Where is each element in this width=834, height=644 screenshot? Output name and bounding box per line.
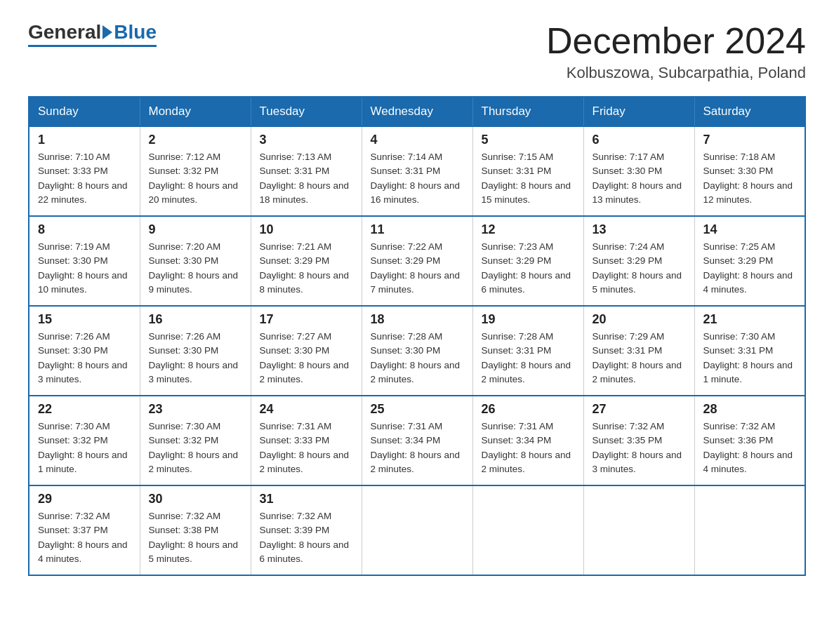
calendar-cell: 16 Sunrise: 7:26 AMSunset: 3:30 PMDaylig… <box>140 306 251 396</box>
day-number: 31 <box>260 492 353 507</box>
day-info: Sunrise: 7:27 AMSunset: 3:30 PMDaylight:… <box>260 331 350 384</box>
day-number: 11 <box>371 222 464 237</box>
day-info: Sunrise: 7:30 AMSunset: 3:32 PMDaylight:… <box>38 421 128 474</box>
logo-triangle-icon <box>102 25 112 39</box>
calendar-cell: 28 Sunrise: 7:32 AMSunset: 3:36 PMDaylig… <box>694 396 805 485</box>
calendar-day-header: Saturday <box>694 97 805 126</box>
calendar-cell: 8 Sunrise: 7:19 AMSunset: 3:30 PMDayligh… <box>29 216 140 306</box>
calendar-cell <box>583 485 694 575</box>
day-number: 7 <box>703 133 797 147</box>
calendar-cell: 15 Sunrise: 7:26 AMSunset: 3:30 PMDaylig… <box>29 306 140 396</box>
day-number: 26 <box>482 402 575 417</box>
day-info: Sunrise: 7:32 AMSunset: 3:35 PMDaylight:… <box>593 421 682 474</box>
day-number: 16 <box>149 312 242 327</box>
day-number: 17 <box>260 312 353 327</box>
day-info: Sunrise: 7:26 AMSunset: 3:30 PMDaylight:… <box>38 331 128 384</box>
calendar-cell: 27 Sunrise: 7:32 AMSunset: 3:35 PMDaylig… <box>583 396 694 485</box>
calendar-day-header: Wednesday <box>362 97 472 126</box>
calendar-day-header: Monday <box>140 97 251 126</box>
logo: General Blue <box>28 21 157 47</box>
calendar-cell: 10 Sunrise: 7:21 AMSunset: 3:29 PMDaylig… <box>251 216 362 306</box>
day-number: 4 <box>371 133 464 147</box>
calendar-header-row: SundayMondayTuesdayWednesdayThursdayFrid… <box>29 97 805 126</box>
day-info: Sunrise: 7:18 AMSunset: 3:30 PMDaylight:… <box>703 152 793 205</box>
calendar-week-row: 1 Sunrise: 7:10 AMSunset: 3:33 PMDayligh… <box>29 126 805 216</box>
day-info: Sunrise: 7:31 AMSunset: 3:34 PMDaylight:… <box>371 421 461 474</box>
calendar-cell: 18 Sunrise: 7:28 AMSunset: 3:30 PMDaylig… <box>362 306 472 396</box>
day-number: 18 <box>371 312 464 327</box>
main-title: December 2024 <box>546 21 806 61</box>
day-number: 10 <box>260 222 353 237</box>
day-info: Sunrise: 7:15 AMSunset: 3:31 PMDaylight:… <box>482 152 571 205</box>
subtitle: Kolbuszowa, Subcarpathia, Poland <box>546 64 806 82</box>
calendar-cell: 17 Sunrise: 7:27 AMSunset: 3:30 PMDaylig… <box>251 306 362 396</box>
calendar-cell: 30 Sunrise: 7:32 AMSunset: 3:38 PMDaylig… <box>140 485 251 575</box>
calendar-cell: 5 Sunrise: 7:15 AMSunset: 3:31 PMDayligh… <box>472 126 583 216</box>
day-number: 23 <box>149 402 242 417</box>
day-info: Sunrise: 7:32 AMSunset: 3:38 PMDaylight:… <box>149 511 239 564</box>
day-number: 2 <box>149 133 242 147</box>
day-info: Sunrise: 7:20 AMSunset: 3:30 PMDaylight:… <box>149 241 239 295</box>
day-number: 1 <box>38 133 131 147</box>
day-number: 13 <box>593 222 686 237</box>
calendar-cell: 22 Sunrise: 7:30 AMSunset: 3:32 PMDaylig… <box>29 396 140 485</box>
day-info: Sunrise: 7:26 AMSunset: 3:30 PMDaylight:… <box>149 331 239 384</box>
day-number: 12 <box>482 222 575 237</box>
calendar-cell: 6 Sunrise: 7:17 AMSunset: 3:30 PMDayligh… <box>583 126 694 216</box>
calendar-cell: 3 Sunrise: 7:13 AMSunset: 3:31 PMDayligh… <box>251 126 362 216</box>
day-number: 21 <box>703 312 797 327</box>
calendar-cell: 7 Sunrise: 7:18 AMSunset: 3:30 PMDayligh… <box>694 126 805 216</box>
day-number: 27 <box>593 402 686 417</box>
calendar-cell: 26 Sunrise: 7:31 AMSunset: 3:34 PMDaylig… <box>472 396 583 485</box>
calendar-cell <box>694 485 805 575</box>
day-info: Sunrise: 7:31 AMSunset: 3:33 PMDaylight:… <box>260 421 350 474</box>
calendar-day-header: Friday <box>583 97 694 126</box>
logo-blue-text: Blue <box>114 21 157 43</box>
calendar-table: SundayMondayTuesdayWednesdayThursdayFrid… <box>28 96 806 576</box>
day-info: Sunrise: 7:10 AMSunset: 3:33 PMDaylight:… <box>38 152 128 205</box>
calendar-cell: 2 Sunrise: 7:12 AMSunset: 3:32 PMDayligh… <box>140 126 251 216</box>
day-info: Sunrise: 7:32 AMSunset: 3:39 PMDaylight:… <box>260 511 350 564</box>
calendar-cell: 1 Sunrise: 7:10 AMSunset: 3:33 PMDayligh… <box>29 126 140 216</box>
calendar-week-row: 15 Sunrise: 7:26 AMSunset: 3:30 PMDaylig… <box>29 306 805 396</box>
day-number: 30 <box>149 492 242 507</box>
title-section: December 2024 Kolbuszowa, Subcarpathia, … <box>546 21 806 82</box>
day-number: 25 <box>371 402 464 417</box>
calendar-cell <box>472 485 583 575</box>
calendar-cell: 20 Sunrise: 7:29 AMSunset: 3:31 PMDaylig… <box>583 306 694 396</box>
calendar-cell: 21 Sunrise: 7:30 AMSunset: 3:31 PMDaylig… <box>694 306 805 396</box>
day-info: Sunrise: 7:23 AMSunset: 3:29 PMDaylight:… <box>482 241 571 295</box>
day-number: 29 <box>38 492 131 507</box>
calendar-cell: 4 Sunrise: 7:14 AMSunset: 3:31 PMDayligh… <box>362 126 472 216</box>
day-info: Sunrise: 7:14 AMSunset: 3:31 PMDaylight:… <box>371 152 461 205</box>
logo-underline <box>28 45 157 47</box>
day-number: 6 <box>593 133 686 147</box>
day-number: 14 <box>703 222 797 237</box>
day-number: 9 <box>149 222 242 237</box>
day-info: Sunrise: 7:25 AMSunset: 3:29 PMDaylight:… <box>703 241 793 295</box>
calendar-cell: 19 Sunrise: 7:28 AMSunset: 3:31 PMDaylig… <box>472 306 583 396</box>
calendar-day-header: Sunday <box>29 97 140 126</box>
logo-general-text: General <box>28 21 101 43</box>
calendar-cell: 12 Sunrise: 7:23 AMSunset: 3:29 PMDaylig… <box>472 216 583 306</box>
day-number: 5 <box>482 133 575 147</box>
calendar-cell: 13 Sunrise: 7:24 AMSunset: 3:29 PMDaylig… <box>583 216 694 306</box>
day-info: Sunrise: 7:30 AMSunset: 3:31 PMDaylight:… <box>703 331 793 384</box>
calendar-cell <box>362 485 472 575</box>
calendar-week-row: 29 Sunrise: 7:32 AMSunset: 3:37 PMDaylig… <box>29 485 805 575</box>
calendar-cell: 24 Sunrise: 7:31 AMSunset: 3:33 PMDaylig… <box>251 396 362 485</box>
calendar-cell: 9 Sunrise: 7:20 AMSunset: 3:30 PMDayligh… <box>140 216 251 306</box>
day-info: Sunrise: 7:28 AMSunset: 3:30 PMDaylight:… <box>371 331 461 384</box>
day-number: 22 <box>38 402 131 417</box>
day-info: Sunrise: 7:21 AMSunset: 3:29 PMDaylight:… <box>260 241 350 295</box>
day-number: 8 <box>38 222 131 237</box>
day-info: Sunrise: 7:32 AMSunset: 3:36 PMDaylight:… <box>703 421 793 474</box>
day-number: 19 <box>482 312 575 327</box>
page-header: General Blue December 2024 Kolbuszowa, S… <box>28 21 806 82</box>
day-number: 24 <box>260 402 353 417</box>
calendar-cell: 11 Sunrise: 7:22 AMSunset: 3:29 PMDaylig… <box>362 216 472 306</box>
day-number: 3 <box>260 133 353 147</box>
day-number: 15 <box>38 312 131 327</box>
day-info: Sunrise: 7:17 AMSunset: 3:30 PMDaylight:… <box>593 152 682 205</box>
calendar-day-header: Thursday <box>472 97 583 126</box>
